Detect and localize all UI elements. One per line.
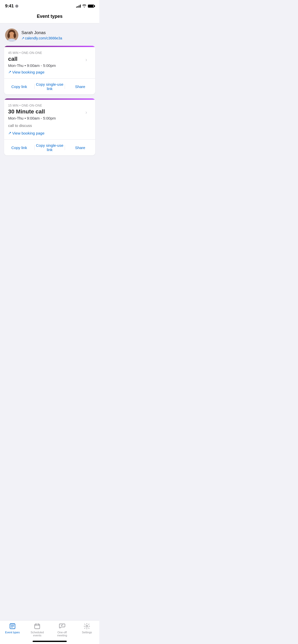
status-dot (15, 5, 18, 8)
profile-link[interactable]: ↗ calendly.com/c3666e3a (21, 36, 62, 40)
event-schedule-2: Mon-Thu • 9:00am - 5:00pm (8, 116, 91, 120)
event-card-2: 15 MIN • ONE-ON-ONE 30 Minute call Mon-T… (4, 98, 95, 155)
svg-point-4 (7, 33, 10, 38)
content-area: Sarah Jonas ↗ calendly.com/c3666e3a 45 M… (0, 23, 99, 165)
card-header-row-2[interactable]: 15 MIN • ONE-ON-ONE 30 Minute call Mon-T… (8, 104, 91, 120)
link-arrow-icon: ↗ (21, 36, 24, 40)
status-time: 9:41 (5, 4, 14, 9)
signal-icon (76, 5, 81, 8)
chevron-right-icon-1: › (85, 56, 87, 62)
event-description-2: call to discuss (8, 122, 91, 129)
profile-name: Sarah Jonas (21, 30, 62, 35)
avatar (5, 28, 18, 42)
chevron-right-icon-2: › (85, 109, 87, 115)
event-title-2: 30 Minute call (8, 108, 91, 115)
share-button-1[interactable]: Share (65, 81, 95, 92)
card-actions-2: Copy link Copy single-use link Share (4, 139, 95, 155)
share-button-2[interactable]: Share (65, 142, 95, 153)
copy-link-button-1[interactable]: Copy link (4, 81, 34, 92)
battery-icon (88, 5, 94, 8)
copy-link-button-2[interactable]: Copy link (4, 142, 34, 153)
view-booking-link-1[interactable]: ↗ View booking page (8, 70, 91, 74)
event-card-1: 45 MIN • ONE-ON-ONE call Mon-Thu • 9:00a… (4, 46, 95, 94)
profile-info: Sarah Jonas ↗ calendly.com/c3666e3a (21, 30, 62, 40)
page-header: Event types (0, 11, 99, 23)
booking-arrow-icon-1: ↗ (8, 70, 11, 74)
card-header-row-1[interactable]: 45 MIN • ONE-ON-ONE call Mon-Thu • 9:00a… (8, 51, 91, 68)
event-title-1: call (8, 56, 91, 62)
wifi-icon (82, 4, 86, 8)
profile-section: Sarah Jonas ↗ calendly.com/c3666e3a (4, 28, 95, 46)
card-body-1: 45 MIN • ONE-ON-ONE call Mon-Thu • 9:00a… (4, 47, 95, 74)
view-booking-link-2[interactable]: ↗ View booking page (8, 131, 91, 135)
page-title: Event types (37, 14, 62, 19)
card-body-2: 15 MIN • ONE-ON-ONE 30 Minute call Mon-T… (4, 100, 95, 135)
svg-point-5 (13, 33, 16, 38)
booking-arrow-icon-2: ↗ (8, 131, 11, 135)
card-actions-1: Copy link Copy single-use link Share (4, 78, 95, 94)
status-bar: 9:41 (0, 0, 99, 11)
copy-single-use-link-button-2[interactable]: Copy single-use link (35, 140, 65, 155)
event-meta-1: 45 MIN • ONE-ON-ONE (8, 51, 91, 55)
status-icons (76, 4, 94, 8)
event-meta-2: 15 MIN • ONE-ON-ONE (8, 104, 91, 107)
event-schedule-1: Mon-Thu • 9:00am - 5:00pm (8, 63, 91, 68)
profile-url: calendly.com/c3666e3a (25, 36, 62, 40)
copy-single-use-link-button-1[interactable]: Copy single-use link (35, 79, 65, 94)
